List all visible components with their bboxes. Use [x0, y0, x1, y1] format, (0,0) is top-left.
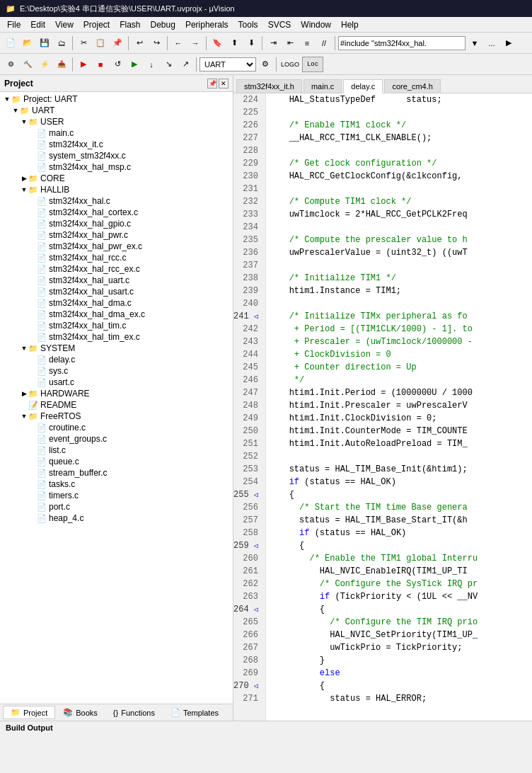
menu-debug[interactable]: Debug: [146, 18, 180, 31]
tree-item-stm32-it[interactable]: 📄 stm32f4xx_it.c: [0, 139, 233, 150]
tab-core-cm4-h[interactable]: core_cm4.h: [384, 79, 440, 93]
tree-item-stream-buffer[interactable]: 📄 stream_buffer.c: [0, 467, 233, 479]
tree-item-hal-dma[interactable]: 📄 stm32f4xx_hal_dma.c: [0, 297, 233, 309]
include-search-input[interactable]: [338, 36, 466, 50]
tree-item-delay[interactable]: 📄 delay.c: [0, 354, 233, 365]
target-settings-button[interactable]: ⚙: [258, 57, 273, 72]
save-all-button[interactable]: 🗂: [54, 35, 69, 51]
nav-back-button[interactable]: ←: [170, 35, 186, 51]
flash-button[interactable]: ⚡: [37, 57, 52, 72]
go-button[interactable]: ▶: [501, 35, 516, 51]
format-button[interactable]: ≡: [299, 35, 315, 51]
tree-item-system-folder[interactable]: ▼ 📁 SYSTEM: [0, 343, 233, 354]
start-debug-button[interactable]: ▶: [76, 57, 91, 72]
tree-item-hal-pwr-ex[interactable]: 📄 stm32f4xx_hal_pwr_ex.c: [0, 241, 233, 252]
redo-button[interactable]: ↪: [149, 35, 164, 51]
tree-item-freertos[interactable]: ▼ 📁 FreeRTOS: [0, 411, 233, 422]
tab-delay-c[interactable]: delay.c: [343, 79, 383, 93]
target-select[interactable]: UART: [200, 57, 256, 71]
tree-item-timers[interactable]: 📄 timers.c: [0, 490, 233, 501]
tree-item-hal-tim[interactable]: 📄 stm32f4xx_hal_tim.c: [0, 320, 233, 331]
search-confirm-button[interactable]: ▼: [467, 35, 482, 51]
tree-item-hal-gpio[interactable]: 📄 stm32f4xx_hal_gpio.c: [0, 218, 233, 229]
tree-item-hal-cortex[interactable]: 📄 stm32f4xx_hal_cortex.c: [0, 207, 233, 218]
toggle-comment-button[interactable]: //: [316, 35, 332, 51]
cut-button[interactable]: ✂: [76, 35, 91, 51]
prev-bookmark-button[interactable]: ⬆: [226, 35, 242, 51]
step-into-button[interactable]: ↘: [161, 57, 176, 72]
tree-item-heap4[interactable]: 📄 heap_4.c: [0, 513, 233, 524]
indent-button[interactable]: ⇥: [265, 35, 281, 51]
paste-button[interactable]: 📌: [110, 35, 125, 51]
save-button[interactable]: 💾: [37, 35, 52, 51]
rebuild-button[interactable]: 🔨: [20, 57, 35, 72]
project-pin-button[interactable]: 📌: [207, 79, 217, 88]
logo-button[interactable]: LOGO: [279, 57, 301, 72]
menu-project[interactable]: Project: [79, 18, 114, 31]
tree-item-hal-rcc-ex[interactable]: 📄 stm32f4xx_hal_rcc_ex.c: [0, 263, 233, 275]
undo-button[interactable]: ↩: [132, 35, 147, 51]
tab-functions[interactable]: {} Functions: [105, 706, 163, 719]
step-out-button[interactable]: ↗: [178, 57, 193, 72]
tab-project[interactable]: 📁 Project: [3, 706, 55, 719]
unindent-button[interactable]: ⇤: [282, 35, 298, 51]
menu-svcs[interactable]: SVCS: [264, 18, 296, 31]
tree-item-msp[interactable]: 📄 stm32f4xx_hal_msp.c: [0, 161, 233, 173]
tree-item-hallib[interactable]: ▼ 📁 HALLIB: [0, 184, 233, 195]
tree-item-hal-usart[interactable]: 📄 stm32f4xx_hal_usart.c: [0, 286, 233, 297]
tree-item-core[interactable]: ▶ 📁 CORE: [0, 173, 233, 184]
tree-item-hal-tim-ex[interactable]: 📄 stm32f4xx_hal_tim_ex.c: [0, 331, 233, 343]
open-file-button[interactable]: 📂: [20, 35, 35, 51]
tree-item-system[interactable]: 📄 system_stm32f4xx.c: [0, 150, 233, 161]
hal-dma-label: stm32f4xx_hal_dma.c: [49, 298, 132, 308]
tree-item-usart[interactable]: 📄 usart.c: [0, 377, 233, 388]
bookmark-button[interactable]: 🔖: [209, 35, 225, 51]
tree-item-hal-pwr[interactable]: 📄 stm32f4xx_hal_pwr.c: [0, 229, 233, 241]
menu-file[interactable]: File: [3, 18, 25, 31]
tree-item-hal-dma-ex[interactable]: 📄 stm32f4xx_hal_dma_ex.c: [0, 309, 233, 320]
project-close-button[interactable]: ✕: [219, 79, 229, 88]
stop-debug-button[interactable]: ■: [93, 57, 108, 72]
tree-item-user[interactable]: ▼ 📁 USER: [0, 116, 233, 127]
tab-main-c[interactable]: main.c: [303, 79, 342, 93]
tree-item-event-groups[interactable]: 📄 event_groups.c: [0, 433, 233, 445]
tree-item-uart[interactable]: ▼ 📁 UART: [0, 105, 233, 116]
tree-item-hal[interactable]: 📄 stm32f4xx_hal.c: [0, 195, 233, 207]
tree-item-croutine[interactable]: 📄 croutine.c: [0, 422, 233, 433]
nav-forward-button[interactable]: →: [187, 35, 203, 51]
expand-icon-system: [28, 152, 37, 159]
menu-window[interactable]: Window: [296, 18, 335, 31]
load-button[interactable]: 📥: [54, 57, 69, 72]
tree-item-port[interactable]: 📄 port.c: [0, 501, 233, 513]
new-file-button[interactable]: 📄: [3, 35, 18, 51]
tree-item-queue[interactable]: 📄 queue.c: [0, 456, 233, 467]
menu-peripherals[interactable]: Peripherals: [181, 18, 233, 31]
tree-item-tasks[interactable]: 📄 tasks.c: [0, 479, 233, 490]
tree-item-hal-uart[interactable]: 📄 stm32f4xx_hal_uart.c: [0, 275, 233, 286]
menu-flash[interactable]: Flash: [115, 18, 144, 31]
menu-edit[interactable]: Edit: [26, 18, 50, 31]
tree-item-sys[interactable]: 📄 sys.c: [0, 365, 233, 377]
tree-item-readme[interactable]: 📝 README: [0, 399, 233, 411]
tab-templates[interactable]: 📄 Templates: [163, 706, 226, 719]
uart-label: UART: [32, 105, 54, 115]
build-all-button[interactable]: ⚙: [3, 57, 18, 72]
next-bookmark-button[interactable]: ⬇: [243, 35, 259, 51]
code-content[interactable]: HAL_StatusTypeDef status; /* Enable TIM1…: [266, 93, 532, 721]
tree-item-main-c[interactable]: 📄 main.c: [0, 127, 233, 139]
tab-stm32-it-h[interactable]: stm32f4xx_it.h: [236, 79, 302, 93]
menu-view[interactable]: View: [51, 18, 78, 31]
tree-item-root[interactable]: ▼ 📁 Project: UART: [0, 93, 233, 105]
tree-item-list[interactable]: 📄 list.c: [0, 445, 233, 456]
tree-item-hardware[interactable]: ▶ 📁 HARDWARE: [0, 388, 233, 399]
code-editor[interactable]: 2242252262272282292302312322332342352362…: [233, 93, 532, 721]
menu-help[interactable]: Help: [337, 18, 363, 31]
copy-button[interactable]: 📋: [93, 35, 108, 51]
run-button[interactable]: ▶: [127, 57, 142, 72]
menu-tools[interactable]: Tools: [234, 18, 262, 31]
tree-item-hal-rcc[interactable]: 📄 stm32f4xx_hal_rcc.c: [0, 252, 233, 263]
tab-books[interactable]: 📚 Books: [55, 706, 105, 719]
browse-button[interactable]: ...: [484, 35, 499, 51]
reset-button[interactable]: ↺: [110, 57, 125, 72]
step-over-button[interactable]: ↓: [144, 57, 159, 72]
